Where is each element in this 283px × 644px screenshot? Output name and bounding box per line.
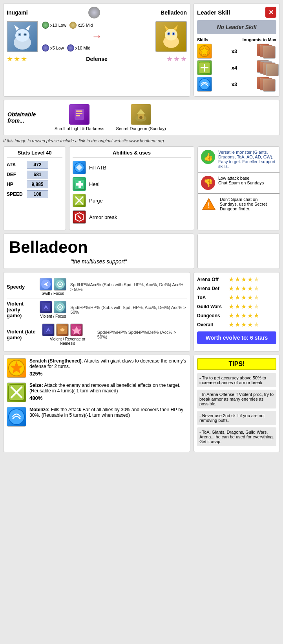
def-row: DEF 681 <box>7 171 62 178</box>
svg-marker-2 <box>14 25 19 31</box>
rune-speedy: Speedy Swift / Focus Spd/HP%/Acc% (Subs … <box>7 276 187 298</box>
svg-point-7 <box>24 34 26 35</box>
ability-armor-break: Armor break <box>73 210 191 224</box>
warning-section: ! Don't Spam chat on Sundays, use the Se… <box>198 194 279 214</box>
name-box: Belladeon "the multiuses support" <box>3 234 194 269</box>
dungeon-icon <box>131 104 151 125</box>
rune-violent-late-label: Violent / Revenge or Nemesis <box>42 337 93 346</box>
speed-label: SPEED <box>7 191 24 197</box>
arena-def-row: Arena Def ★★★★★ <box>197 285 276 292</box>
toa-label: ToA <box>197 295 228 300</box>
svg-point-14 <box>168 33 170 35</box>
def-label: DEF <box>7 172 24 177</box>
rune-violent-late-desc: Spd/HP%/HP% Spd/HP%/Def% (Acc% > 50%) <box>97 330 187 339</box>
obtain-item-dungeon: Secret Dungeon (Sunday) <box>116 104 166 131</box>
svg-point-47 <box>59 306 61 308</box>
magic-orb <box>42 44 49 52</box>
svg-point-1 <box>15 29 29 42</box>
arena-def-label: Arena Def <box>197 286 228 291</box>
fusion-orb <box>88 7 100 18</box>
armor-break-label: Armor break <box>89 214 117 220</box>
pros-text: Versatile monster (Giants, Dragons, ToA,… <box>218 150 276 169</box>
wind-orb <box>42 22 49 29</box>
ability-fill-atb: Fill ATB <box>73 161 191 174</box>
rune-violent-early-label: Violent / Focus <box>40 314 66 318</box>
dungeons-label: Dungeons <box>197 313 228 318</box>
thumbs-up-icon: 👍 <box>201 150 215 164</box>
fusion-materials: x10 Low x15 Mid → <box>40 22 153 52</box>
svg-rect-32 <box>76 183 83 186</box>
svg-point-28 <box>139 116 142 119</box>
rune-speedy-name: Speedy <box>7 284 36 290</box>
skill-3-icon <box>7 407 26 427</box>
fill-atb-icon <box>73 161 86 174</box>
name-right-panel <box>197 234 280 269</box>
dungeons-row: Dungeons ★★★★★ <box>197 312 276 319</box>
skills-detail-box: Scratch (Strengthened). Attacks with gia… <box>3 355 190 452</box>
obtain-item-scroll: Scroll of Light & Darkness <box>55 104 104 131</box>
rune-violent-early-icons <box>40 301 66 313</box>
obtainable-label: Obtainable from... <box>7 111 47 124</box>
skill-3-text: Mobilize: Fills the Attack Bar of all al… <box>29 407 187 418</box>
rune-violent-early-name: Violent (early game) <box>7 301 36 318</box>
svg-point-9 <box>165 29 177 40</box>
obtainable-box: Obtainable from... Scroll of Light & Dar… <box>3 100 280 135</box>
skill-detail-1: Scratch (Strengthened). Attacks with gia… <box>7 358 187 378</box>
cons-section: 👎 Low attack baseChat Spam on Sundays <box>198 173 279 194</box>
monster-stack-1 <box>257 44 276 59</box>
skill-detail-3: Mobilize: Fills the Attack Bar of all al… <box>7 407 187 427</box>
runes-box: Speedy Swift / Focus Spd/HP%/Acc% (Subs … <box>3 272 190 351</box>
skill-icon-2 <box>197 60 212 75</box>
skill-count-2: x4 <box>232 65 237 71</box>
skill-icon-3 <box>197 77 212 92</box>
svg-rect-22 <box>76 110 82 112</box>
hp-row: HP 9,885 <box>7 180 62 188</box>
name-ratings-row: Belladeon "the multiuses support" <box>3 234 280 269</box>
overall-label: Overall <box>197 322 228 328</box>
monster-stack-2 <box>257 60 276 75</box>
tip-2: - In Arena Offense if Violent proc, try … <box>197 390 276 408</box>
svg-marker-27 <box>137 109 145 114</box>
leader-skill-title: Leader Skill <box>197 9 230 16</box>
inugamis-col-header: Inugamis to Max <box>243 37 276 42</box>
tips-box: TIPS! - Try to get accuracy above 50% to… <box>194 355 280 452</box>
belladeon-image <box>155 21 187 52</box>
inugami-image <box>7 21 38 52</box>
stats-abilities-row: Stats Level 40 ATK 472 DEF 681 HP 9,885 … <box>3 146 280 230</box>
skill-row-3: x3 <box>197 77 276 92</box>
dungeons-stars: ★★★★★ <box>228 312 259 319</box>
no-leader-text: No Leader Skill <box>197 20 276 34</box>
leader-skill-box: Leader Skill ✕ No Leader Skill Skills In… <box>194 3 280 97</box>
toa-stars: ★★★★★ <box>228 294 259 301</box>
tip-4: - ToA, Giants, Dragons, Guild Wars, Aren… <box>197 427 276 446</box>
atk-row: ATK 472 <box>7 161 62 169</box>
rune-violent-early-desc: Spd/HP%/HP% (Subs with Spd, HP%, Acc%, D… <box>70 305 187 315</box>
no-leader-icon: ✕ <box>265 7 276 18</box>
focus-rune-icon <box>54 278 66 291</box>
atk-label: ATK <box>7 162 24 167</box>
left-monster-name: Inugami <box>7 9 28 16</box>
violent-rune-icon-2 <box>42 324 55 336</box>
abilities-box: Abilities & uses Fill ATB Heal Purge <box>69 146 194 230</box>
arrow-icon: → <box>91 30 102 42</box>
defense-label: Defense <box>86 56 107 62</box>
hp-label: HP <box>7 182 24 187</box>
svg-rect-24 <box>76 115 80 116</box>
hp-value: 9,885 <box>27 180 48 188</box>
svg-point-15 <box>173 33 174 35</box>
ability-heal: Heal <box>73 177 191 191</box>
pros-section: 👍 Versatile monster (Giants, Dragons, To… <box>198 147 279 173</box>
monster-stack-3 <box>257 77 276 92</box>
pros-cons-box: 👍 Versatile monster (Giants, Dragons, To… <box>197 146 280 230</box>
svg-marker-10 <box>164 25 169 30</box>
skill-2-pct: 480% <box>29 395 187 401</box>
ratings-box: Arena Off ★★★★★ Arena Def ★★★★★ ToA ★★★★… <box>194 272 280 351</box>
overall-stars: ★★★★★ <box>228 321 259 328</box>
skill-2-text: Seize: Attack the enemy and removes all … <box>29 383 187 394</box>
revenge-rune-icon <box>56 324 69 336</box>
speed-value: 108 <box>27 190 48 198</box>
stats-box: Stats Level 40 ATK 472 DEF 681 HP 9,885 … <box>3 146 66 230</box>
cons-text: Low attack baseChat Spam on Sundays <box>218 176 264 185</box>
rune-violent-late: Violent (late game) Violent <box>7 321 187 348</box>
def-value: 681 <box>27 171 48 178</box>
